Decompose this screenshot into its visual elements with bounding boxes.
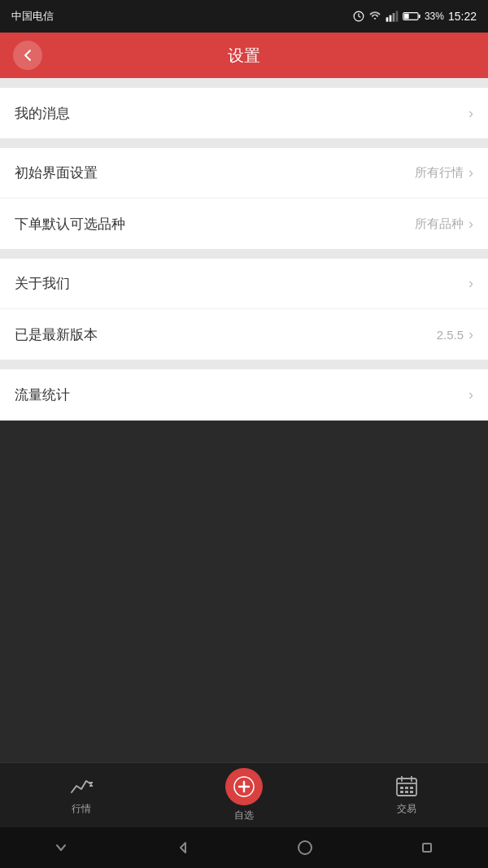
svg-marker-23 [181,843,185,853]
header: 设置 [0,33,488,78]
trade-icon [394,774,419,799]
svg-rect-2 [390,15,392,22]
carrier-label: 中国电信 [11,9,54,24]
list-item-my-messages[interactable]: 我的消息 › [0,88,488,138]
android-nav-home[interactable] [285,835,325,860]
svg-rect-25 [423,844,431,852]
battery-label: 33% [425,11,444,22]
list-item-initial-interface[interactable]: 初始界面设置 所有行情 › [0,148,488,198]
market-icon [69,774,94,799]
section-about: 关于我们 › 已是最新版本 2.5.5 › [0,259,488,360]
chevron-icon-varieties: › [468,216,473,233]
signal-icon [386,11,399,22]
content-area: 我的消息 › 初始界面设置 所有行情 › 下单默认可选品种 所有品种 › 关于我… [0,78,488,421]
about-us-label: 关于我们 [15,274,70,293]
my-messages-label: 我的消息 [15,104,70,123]
list-item-traffic[interactable]: 流量统计 › [0,369,488,420]
svg-rect-22 [410,791,413,793]
version-label: 已是最新版本 [15,325,98,344]
trade-label: 交易 [397,802,416,816]
time-label: 15:22 [448,10,477,23]
section-interface: 初始界面设置 所有行情 › 下单默认可选品种 所有品种 › [0,148,488,249]
initial-interface-label: 初始界面设置 [15,164,98,182]
nav-item-trade[interactable]: 交易 [325,774,488,816]
market-label: 行情 [72,802,91,816]
traffic-label: 流量统计 [15,386,70,404]
battery-icon [403,11,420,22]
watchlist-label: 自选 [234,809,254,822]
section-traffic: 流量统计 › [0,369,488,420]
svg-rect-7 [404,14,409,20]
android-nav-down[interactable] [41,835,81,860]
back-button[interactable] [13,41,42,70]
svg-point-24 [298,841,312,854]
initial-interface-value: 所有行情 [415,165,464,181]
watchlist-icon [225,768,263,805]
section-messages: 我的消息 › [0,88,488,138]
chevron-icon-version: › [468,326,473,343]
android-nav-back[interactable] [163,835,203,860]
top-spacer [0,78,488,88]
page-title: 设置 [228,45,260,67]
status-bar: 中国电信 33% 15:22 [0,0,488,33]
wifi-icon [368,11,381,22]
status-icons: 33% 15:22 [353,10,477,23]
svg-rect-6 [419,15,420,18]
chevron-icon-messages: › [468,105,473,122]
order-varieties-value: 所有品种 [415,216,464,232]
nav-item-market[interactable]: 行情 [0,774,163,816]
android-nav-recent[interactable] [407,835,447,860]
svg-rect-17 [400,787,403,789]
order-varieties-label: 下单默认可选品种 [15,215,125,233]
svg-rect-3 [393,13,395,22]
svg-rect-18 [405,787,408,789]
nav-item-watchlist[interactable]: 自选 [163,768,325,822]
version-value: 2.5.5 [437,328,464,342]
svg-rect-20 [400,791,403,793]
list-item-about-us[interactable]: 关于我们 › [0,259,488,309]
android-nav-bar [0,827,488,868]
bottom-nav: 行情 自选 [0,762,488,827]
svg-rect-1 [386,17,389,21]
list-item-version[interactable]: 已是最新版本 2.5.5 › [0,309,488,360]
chevron-icon-about: › [468,275,473,292]
clock-icon [353,11,364,22]
back-icon [20,47,36,63]
list-item-order-varieties[interactable]: 下单默认可选品种 所有品种 › [0,198,488,249]
svg-rect-4 [396,11,399,21]
chevron-icon-traffic: › [468,386,473,403]
svg-rect-19 [410,787,413,789]
empty-area [0,421,488,763]
chevron-icon-interface: › [468,164,473,181]
svg-rect-21 [405,791,408,793]
